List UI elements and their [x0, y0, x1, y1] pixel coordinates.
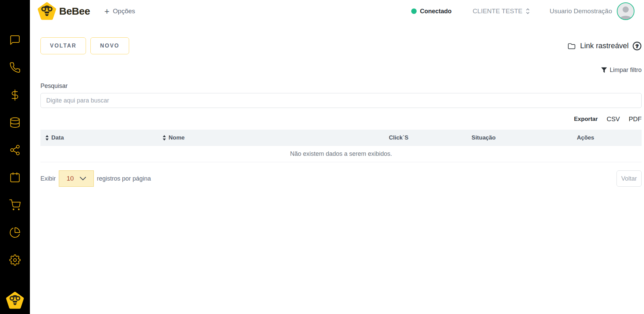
user-name: Usuario Demostração: [550, 7, 612, 15]
filter-icon: [601, 67, 607, 73]
sidebar-item-calendar[interactable]: [9, 171, 21, 184]
gear-icon: [9, 254, 21, 266]
svg-text:?: ?: [636, 43, 639, 49]
sidebar-bee-logo[interactable]: [6, 292, 24, 311]
phone-icon: [9, 62, 21, 73]
client-name: CLIENTE TESTE: [473, 7, 522, 15]
trackable-link-label: Link rastreável: [580, 41, 629, 50]
status-dot-icon: [411, 8, 417, 14]
client-selector[interactable]: CLIENTE TESTE: [473, 7, 530, 15]
sidebar-item-settings[interactable]: [9, 254, 21, 266]
chevron-down-icon: [80, 177, 86, 181]
top-header: BeBee + Opções Conectado CLIENTE TESTE U…: [30, 0, 644, 22]
dollar-icon: [9, 89, 21, 101]
calendar-icon: [9, 172, 21, 183]
sidebar-item-billing[interactable]: [9, 89, 21, 101]
column-header-clicks: Click`S: [360, 134, 438, 141]
export-csv-button[interactable]: CSV: [607, 115, 620, 123]
database-icon: [9, 117, 21, 128]
brand-name: BeBee: [59, 5, 90, 17]
clear-filter-button[interactable]: Limpar filtro: [601, 67, 642, 74]
app-root: BeBee + Opções Conectado CLIENTE TESTE U…: [0, 0, 644, 314]
plus-icon: +: [104, 7, 109, 16]
person-icon: [617, 4, 634, 19]
export-row: Exportar CSV PDF: [40, 115, 642, 123]
sidebar: [0, 0, 30, 314]
cart-icon: [9, 199, 21, 211]
avatar[interactable]: [617, 2, 634, 20]
voltar-button[interactable]: VOLTAR: [40, 37, 86, 54]
pagination-voltar-button[interactable]: Voltar: [616, 170, 642, 187]
folder-icon: [567, 41, 576, 50]
sort-icon: [45, 135, 49, 141]
show-label: Exibir: [40, 175, 56, 182]
filter-row: Limpar filtro: [40, 67, 642, 74]
export-pdf-button[interactable]: PDF: [629, 115, 642, 123]
records-table: Data Nome Click`S Situação: [40, 130, 642, 162]
main-area: BeBee + Opções Conectado CLIENTE TESTE U…: [30, 0, 644, 314]
table-header-row: Data Nome Click`S Situação: [40, 130, 642, 146]
trackable-link[interactable]: Link rastreável ?: [567, 41, 642, 51]
bee-logo-icon: [6, 292, 24, 309]
sidebar-item-share[interactable]: [9, 144, 21, 156]
sidebar-item-database[interactable]: [9, 116, 21, 129]
page-size-value: 10: [67, 175, 74, 182]
toolbar: VOLTAR NOVO Link rastreável ?: [40, 37, 642, 54]
help-icon[interactable]: ?: [632, 41, 642, 51]
export-label: Exportar: [574, 116, 598, 123]
chat-icon: [9, 34, 21, 46]
empty-state-message: Não existem dados a serem exibidos.: [290, 150, 392, 158]
page-content: VOLTAR NOVO Link rastreável ?: [30, 22, 644, 314]
bee-logo-icon: [37, 2, 56, 20]
share-icon: [9, 144, 21, 156]
novo-button[interactable]: NOVO: [90, 37, 129, 54]
search-input[interactable]: [40, 93, 642, 108]
search-label: Pesquisar: [40, 82, 642, 90]
options-menu-button[interactable]: + Opções: [104, 7, 135, 16]
sidebar-item-chat[interactable]: [9, 34, 21, 46]
options-label: Opções: [113, 7, 135, 15]
page-size-select[interactable]: 10: [59, 170, 94, 187]
empty-state-row: Não existem dados a serem exibidos.: [40, 146, 642, 162]
per-page-label: registros por página: [97, 175, 151, 182]
pagination-row: Exibir 10 registros por página Voltar: [40, 170, 642, 187]
column-header-acoes: Ações: [529, 134, 642, 141]
clear-filter-label: Limpar filtro: [610, 67, 642, 74]
sidebar-item-reports[interactable]: [9, 226, 21, 239]
column-header-data[interactable]: Data: [40, 134, 158, 141]
sidebar-item-phone[interactable]: [9, 61, 21, 74]
column-header-situacao: Situação: [438, 134, 529, 141]
sort-icon: [162, 135, 166, 141]
pie-chart-icon: [9, 227, 21, 238]
chevron-expand-icon: [525, 8, 530, 15]
brand-logo[interactable]: BeBee: [37, 2, 90, 20]
connection-status: Conectado: [411, 8, 452, 15]
status-label: Conectado: [420, 8, 452, 15]
column-header-nome[interactable]: Nome: [158, 134, 360, 141]
sidebar-item-cart[interactable]: [9, 199, 21, 211]
